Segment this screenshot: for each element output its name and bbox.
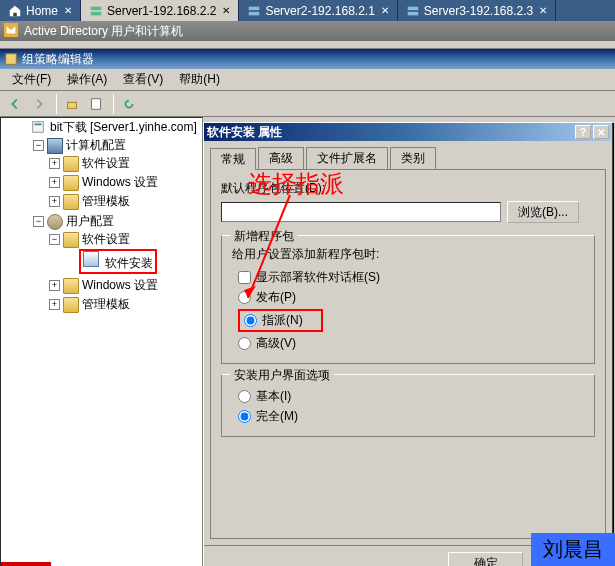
publish-radio[interactable] [238, 291, 251, 304]
menu-file[interactable]: 文件(F) [4, 69, 59, 90]
collapse-icon[interactable]: − [33, 216, 44, 227]
new-pkg-hint: 给用户设置添加新程序包时: [232, 246, 584, 263]
svg-rect-11 [35, 123, 42, 125]
radio-label: 基本(I) [256, 388, 291, 405]
tree-root[interactable]: bit下载 [Server1.yinhe.com] [17, 119, 202, 136]
folder-icon [63, 194, 79, 210]
folder-icon [63, 297, 79, 313]
tree-software-install[interactable]: 软件安装 [65, 249, 202, 274]
show-deploy-dialog-checkbox[interactable] [238, 271, 251, 284]
dialog-title-bar[interactable]: 软件安装 属性 ? ✕ [204, 123, 612, 141]
expand-icon[interactable]: + [49, 196, 60, 207]
default-pkg-label: 默认程序包位置(D): [221, 180, 595, 197]
svg-rect-2 [249, 6, 260, 10]
tree-label: bit下载 [Server1.yinhe.com] [50, 119, 197, 136]
tree-label: 计算机配置 [66, 137, 126, 154]
tab-extensions[interactable]: 文件扩展名 [306, 147, 388, 169]
menu-help[interactable]: 帮助(H) [171, 69, 228, 90]
close-button[interactable]: ✕ [593, 125, 609, 139]
svg-rect-5 [408, 11, 419, 15]
assign-radio[interactable] [244, 314, 257, 327]
svg-rect-4 [408, 6, 419, 10]
close-icon[interactable]: ✕ [64, 5, 72, 16]
server-icon [89, 4, 103, 18]
folder-icon [63, 232, 79, 248]
expand-icon[interactable]: + [49, 158, 60, 169]
home-icon [8, 4, 22, 18]
radio-label: 发布(P) [256, 289, 296, 306]
tree-software-settings-user[interactable]: − 软件设置 [49, 231, 202, 248]
computer-icon [47, 138, 63, 154]
tree-label: Windows 设置 [82, 174, 158, 191]
expand-icon[interactable]: + [49, 177, 60, 188]
advanced-radio[interactable] [238, 337, 251, 350]
tab-label: Server1-192.168.2.2 [107, 4, 216, 18]
close-icon[interactable]: ✕ [381, 5, 389, 16]
tree-user-config[interactable]: − 用户配置 [33, 213, 202, 230]
radio-label: 完全(M) [256, 408, 298, 425]
expand-icon[interactable]: + [49, 280, 60, 291]
tree-windows-settings[interactable]: +Windows 设置 [49, 174, 202, 191]
top-tab-bar: Home ✕ Server1-192.168.2.2 ✕ Server2-192… [0, 0, 615, 21]
tree-label: 软件安装 [105, 256, 153, 270]
svg-rect-3 [249, 11, 260, 15]
tree-label: 管理模板 [82, 296, 130, 313]
gp-icon [4, 52, 18, 66]
policy-icon [31, 120, 47, 136]
default-pkg-input[interactable] [221, 202, 501, 222]
menu-view[interactable]: 查看(V) [115, 69, 171, 90]
back-button[interactable] [4, 93, 26, 115]
forward-button[interactable] [28, 93, 50, 115]
help-button[interactable]: ? [575, 125, 591, 139]
basic-radio[interactable] [238, 390, 251, 403]
tree-label: 用户配置 [66, 213, 114, 230]
radio-label: 高级(V) [256, 335, 296, 352]
gp-title-text: 组策略编辑器 [22, 51, 94, 68]
tree-windows-settings-user[interactable]: +Windows 设置 [49, 277, 202, 294]
svg-rect-7 [6, 54, 17, 65]
tab-server1[interactable]: Server1-192.168.2.2 ✕ [81, 0, 239, 21]
up-button[interactable] [61, 93, 83, 115]
tab-server3[interactable]: Server3-192.168.2.3 ✕ [398, 0, 556, 21]
tab-general[interactable]: 常规 [210, 148, 256, 170]
refresh-button[interactable] [118, 93, 140, 115]
menu-bar: 文件(F) 操作(A) 查看(V) 帮助(H) [0, 69, 615, 91]
ad-icon [4, 23, 20, 39]
menu-action[interactable]: 操作(A) [59, 69, 115, 90]
props-button[interactable] [85, 93, 107, 115]
folder-icon [63, 175, 79, 191]
ok-button[interactable]: 确定 [448, 552, 523, 566]
collapse-icon[interactable]: − [49, 234, 60, 245]
tab-home[interactable]: Home ✕ [0, 0, 81, 21]
browse-button[interactable]: 浏览(B)... [507, 201, 579, 223]
svg-rect-10 [33, 121, 44, 132]
tree-admin-templates[interactable]: +管理模板 [49, 193, 202, 210]
ad-title-text: Active Directory 用户和计算机 [24, 23, 183, 40]
tree-label: Windows 设置 [82, 277, 158, 294]
tab-advanced[interactable]: 高级 [258, 147, 304, 169]
tab-server2[interactable]: Server2-192.168.2.1 ✕ [239, 0, 397, 21]
svg-rect-0 [91, 6, 102, 10]
tree-label: 管理模板 [82, 193, 130, 210]
close-icon[interactable]: ✕ [222, 5, 230, 16]
tree-software-settings[interactable]: +软件设置 [49, 155, 202, 172]
tree-admin-templates-user[interactable]: +管理模板 [49, 296, 202, 313]
user-icon [47, 214, 63, 230]
tree-pane[interactable]: bit下载 [Server1.yinhe.com] − 计算机配置 +软件设置 … [0, 117, 203, 566]
collapse-icon[interactable]: − [33, 140, 44, 151]
expand-icon[interactable]: + [49, 299, 60, 310]
full-radio[interactable] [238, 410, 251, 423]
tab-panel-general: 默认程序包位置(D): 浏览(B)... 给用户设置添加新程序包时: 显示部署软… [210, 169, 606, 539]
svg-rect-1 [91, 11, 102, 15]
radio-label: 指派(N) [262, 312, 303, 329]
folder-icon [63, 278, 79, 294]
software-install-icon [83, 251, 99, 267]
ui-options-group: 基本(I) 完全(M) [221, 374, 595, 437]
tab-label: Home [26, 4, 58, 18]
ad-title-bar: Active Directory 用户和计算机 [0, 21, 615, 41]
close-icon[interactable]: ✕ [539, 5, 547, 16]
watermark: 刘晨昌 [531, 533, 615, 566]
status-strip [1, 562, 51, 566]
tree-computer-config[interactable]: − 计算机配置 [33, 137, 202, 154]
tab-categories[interactable]: 类别 [390, 147, 436, 169]
